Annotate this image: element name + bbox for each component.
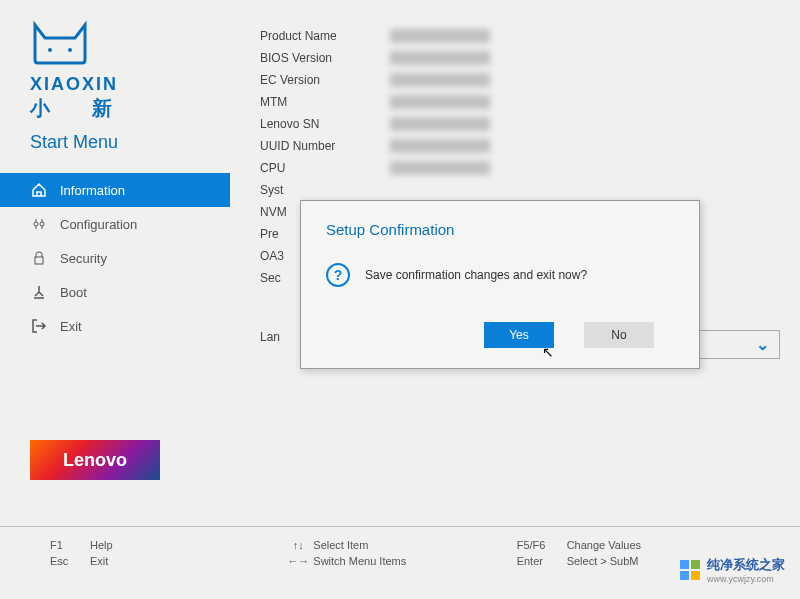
menu-list: Information Configuration Security Boot bbox=[0, 173, 230, 343]
updown-icon: ↑↓ bbox=[283, 539, 313, 551]
sidebar-item-security[interactable]: Security bbox=[0, 241, 230, 275]
question-icon: ? bbox=[326, 263, 350, 287]
info-row: CPU bbox=[260, 157, 780, 179]
sidebar-item-boot[interactable]: Boot bbox=[0, 275, 230, 309]
info-row: Product Name bbox=[260, 25, 780, 47]
watermark: 纯净系统之家 www.ycwjzy.com bbox=[678, 556, 785, 584]
cursor-icon: ↖ bbox=[542, 344, 554, 360]
lock-icon bbox=[30, 249, 48, 267]
leftright-icon: ←→ bbox=[283, 555, 313, 567]
exit-icon bbox=[30, 317, 48, 335]
redacted-value bbox=[390, 73, 490, 87]
boot-icon bbox=[30, 283, 48, 301]
redacted-value bbox=[390, 95, 490, 109]
sidebar-label: Information bbox=[60, 183, 125, 198]
logo-area: XIAOXIN 小 新 Start Menu bbox=[30, 20, 230, 153]
svg-point-1 bbox=[68, 48, 72, 52]
start-menu-title: Start Menu bbox=[30, 132, 230, 153]
no-button[interactable]: No bbox=[584, 322, 654, 348]
redacted-value bbox=[390, 29, 490, 43]
info-row: UUID Number bbox=[260, 135, 780, 157]
redacted-value bbox=[390, 139, 490, 153]
info-row: BIOS Version bbox=[260, 47, 780, 69]
redacted-value bbox=[390, 117, 490, 131]
sidebar-item-exit[interactable]: Exit bbox=[0, 309, 230, 343]
bios-screen: XIAOXIN 小 新 Start Menu Information Confi… bbox=[0, 0, 800, 599]
redacted-value bbox=[390, 51, 490, 65]
home-icon bbox=[30, 181, 48, 199]
info-row: MTM bbox=[260, 91, 780, 113]
dialog-message: Save confirmation changes and exit now? bbox=[365, 268, 587, 282]
svg-rect-4 bbox=[35, 257, 43, 264]
sidebar-label: Configuration bbox=[60, 217, 137, 232]
info-row: EC Version bbox=[260, 69, 780, 91]
svg-rect-8 bbox=[691, 571, 700, 580]
svg-point-3 bbox=[40, 222, 44, 226]
brand-name: XIAOXIN bbox=[30, 74, 230, 95]
svg-rect-5 bbox=[680, 560, 689, 569]
sidebar-label: Security bbox=[60, 251, 107, 266]
xiaoxin-cat-logo bbox=[30, 20, 90, 65]
info-row: Syst bbox=[260, 179, 780, 201]
chevron-down-icon: ⌄ bbox=[756, 335, 769, 354]
dialog-title: Setup Confirmation bbox=[326, 221, 674, 238]
config-icon bbox=[30, 215, 48, 233]
sidebar-label: Boot bbox=[60, 285, 87, 300]
sidebar-label: Exit bbox=[60, 319, 82, 334]
watermark-logo-icon bbox=[678, 558, 702, 582]
sidebar-item-configuration[interactable]: Configuration bbox=[0, 207, 230, 241]
svg-point-0 bbox=[48, 48, 52, 52]
setup-confirmation-dialog: Setup Confirmation ? Save confirmation c… bbox=[300, 200, 700, 369]
svg-rect-6 bbox=[691, 560, 700, 569]
svg-point-2 bbox=[34, 222, 38, 226]
lenovo-logo: Lenovo bbox=[30, 440, 160, 480]
info-row: Lenovo SN bbox=[260, 113, 780, 135]
sidebar-item-information[interactable]: Information bbox=[0, 173, 230, 207]
svg-rect-7 bbox=[680, 571, 689, 580]
redacted-value bbox=[390, 161, 490, 175]
sidebar: XIAOXIN 小 新 Start Menu Information Confi… bbox=[0, 0, 230, 500]
brand-sub: 小 新 bbox=[30, 95, 230, 122]
